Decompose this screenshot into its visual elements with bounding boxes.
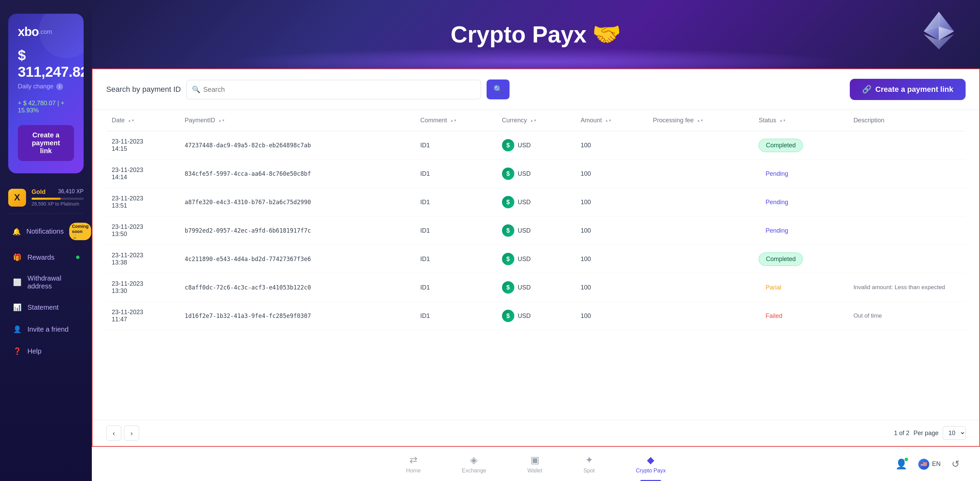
cell-date: 23-11-2023 13:51 bbox=[106, 188, 179, 216]
search-input[interactable] bbox=[186, 80, 481, 99]
info-icon[interactable]: i bbox=[56, 83, 63, 90]
sidebar-item-invite[interactable]: 👤 Invite a friend bbox=[8, 318, 84, 340]
table-header: Date ▲▼ PaymentID ▲▼ Comment ▲▼ Currency… bbox=[106, 110, 966, 131]
xp-bar-bg bbox=[32, 198, 84, 200]
table-row[interactable]: 23-11-2023 13:384c211890-e543-4d4a-bd2d-… bbox=[106, 245, 966, 273]
content-panel: Search by payment ID 🔍 🔍 🔗 Create a paym… bbox=[92, 68, 980, 447]
date-sort[interactable]: ▲▼ bbox=[128, 119, 135, 122]
cell-processing-fee bbox=[647, 131, 753, 160]
amount-sort[interactable]: ▲▼ bbox=[605, 119, 612, 122]
table-row[interactable]: 23-11-2023 14:1547237448-dac9-49a5-82cb-… bbox=[106, 131, 966, 160]
user-button[interactable]: 👤 bbox=[896, 459, 907, 470]
cell-description: Invalid amount: Less than expected bbox=[848, 273, 966, 302]
exchange-icon: ◈ bbox=[470, 454, 478, 465]
search-button[interactable]: 🔍 bbox=[487, 79, 509, 99]
cell-payment-id: b7992ed2-0957-42ec-a9fd-6b6181917f7c bbox=[179, 216, 415, 245]
nav-home[interactable]: ⇄ Home bbox=[385, 450, 441, 478]
cell-date: 23-11-2023 14:14 bbox=[106, 160, 179, 188]
sidebar-item-help[interactable]: ❓ Help bbox=[8, 340, 84, 362]
xp-row: X Gold 36,410 XP 28,590 XP to Platinum bbox=[8, 183, 84, 214]
cell-comment: ID1 bbox=[415, 245, 496, 273]
currency-label: USD bbox=[518, 227, 531, 234]
cell-processing-fee bbox=[647, 188, 753, 216]
sidebar: xbo.com $ 311,247.82 Daily change i + $ … bbox=[0, 0, 92, 481]
col-payment-id[interactable]: PaymentID ▲▼ bbox=[179, 110, 415, 131]
search-input-wrap: 🔍 bbox=[186, 80, 481, 99]
statement-icon: 📊 bbox=[12, 303, 22, 312]
link-icon: 🔗 bbox=[862, 85, 871, 94]
currency-sort[interactable]: ▲▼ bbox=[530, 119, 537, 122]
next-page-button[interactable]: › bbox=[124, 425, 139, 441]
col-currency[interactable]: Currency ▲▼ bbox=[496, 110, 575, 131]
cell-status: Pending bbox=[753, 160, 848, 188]
sidebar-nav: 🔔 Notifications Coming soon 🔒 🎁 Rewards … bbox=[8, 216, 84, 362]
table-row[interactable]: 23-11-2023 13:51a87fe320-e4c3-4310-b767-… bbox=[106, 188, 966, 216]
table-row[interactable]: 23-11-2023 14:14834cfe5f-5997-4cca-aa64-… bbox=[106, 160, 966, 188]
currency-icon: $ bbox=[502, 168, 514, 180]
nav-crypto-payx[interactable]: ◆ Crypto Payx bbox=[616, 450, 686, 478]
nav-spot[interactable]: ✦ Spot bbox=[563, 450, 616, 478]
home-label: Home bbox=[406, 468, 421, 474]
table-row[interactable]: 23-11-2023 13:30c8aff0dc-72c6-4c3c-acf3-… bbox=[106, 273, 966, 302]
cell-payment-id: 47237448-dac9-49a5-82cb-eb264898c7ab bbox=[179, 131, 415, 160]
sidebar-create-payment-button[interactable]: Create a payment link bbox=[18, 125, 74, 161]
cell-payment-id: c8aff0dc-72c6-4c3c-acf3-e41053b122c0 bbox=[179, 273, 415, 302]
logo: xbo.com bbox=[18, 25, 74, 39]
status-badge: Completed bbox=[759, 139, 803, 152]
invite-label: Invite a friend bbox=[27, 325, 80, 333]
sidebar-item-notifications[interactable]: 🔔 Notifications Coming soon 🔒 bbox=[8, 216, 84, 246]
refresh-button[interactable]: ↺ bbox=[951, 459, 959, 470]
status-sort[interactable]: ▲▼ bbox=[779, 119, 786, 122]
col-status[interactable]: Status ▲▼ bbox=[753, 110, 848, 131]
nav-wallet[interactable]: ▣ Wallet bbox=[507, 450, 563, 478]
col-processing-fee[interactable]: Processing fee ▲▼ bbox=[647, 110, 753, 131]
balance-amount: $ 311,247.82 bbox=[18, 47, 74, 80]
table-row[interactable]: 23-11-2023 11:471d16f2e7-1b32-41a3-9fe4-… bbox=[106, 302, 966, 330]
currency-label: USD bbox=[518, 256, 531, 263]
user-status-dot bbox=[905, 458, 908, 461]
cell-date: 23-11-2023 11:47 bbox=[106, 302, 179, 330]
language-button[interactable]: 🇺🇸 EN bbox=[918, 459, 940, 470]
cell-processing-fee bbox=[647, 216, 753, 245]
cell-status: Parial bbox=[753, 273, 848, 302]
pid-sort[interactable]: ▲▼ bbox=[218, 119, 225, 122]
currency-label: USD bbox=[518, 142, 531, 149]
nav-exchange[interactable]: ◈ Exchange bbox=[441, 450, 507, 478]
page-title: Crypto Payx 🤝 bbox=[450, 21, 621, 48]
cell-description bbox=[848, 160, 966, 188]
withdrawal-label: Withdrawal address bbox=[27, 275, 80, 290]
currency-icon: $ bbox=[502, 253, 514, 265]
exchange-label: Exchange bbox=[462, 468, 486, 474]
crypto-payx-label: Crypto Payx bbox=[636, 468, 666, 474]
sidebar-item-statement[interactable]: 📊 Statement bbox=[8, 296, 84, 318]
col-amount[interactable]: Amount ▲▼ bbox=[575, 110, 648, 131]
rewards-dot bbox=[76, 256, 80, 259]
crypto-payx-icon: ◆ bbox=[647, 454, 654, 465]
pagination-buttons: ‹ › bbox=[106, 425, 139, 441]
sidebar-item-rewards[interactable]: 🎁 Rewards bbox=[8, 246, 84, 268]
invite-icon: 👤 bbox=[12, 324, 22, 334]
help-icon: ❓ bbox=[12, 346, 22, 356]
cell-status: Pending bbox=[753, 216, 848, 245]
bottom-nav-right: 👤 🇺🇸 EN ↺ bbox=[896, 459, 959, 470]
currency-label: USD bbox=[518, 170, 531, 178]
comment-sort[interactable]: ▲▼ bbox=[450, 119, 457, 122]
cell-processing-fee bbox=[647, 160, 753, 188]
col-comment[interactable]: Comment ▲▼ bbox=[415, 110, 496, 131]
cell-amount: 100 bbox=[575, 245, 648, 273]
rewards-icon: 🎁 bbox=[12, 252, 22, 262]
currency-label: USD bbox=[518, 313, 531, 320]
col-date[interactable]: Date ▲▼ bbox=[106, 110, 179, 131]
sidebar-item-withdrawal[interactable]: ⬜ Withdrawal address bbox=[8, 268, 84, 296]
per-page-select[interactable]: 10 25 50 bbox=[943, 426, 966, 440]
cell-payment-id: 1d16f2e7-1b32-41a3-9fe4-fc285e9f0307 bbox=[179, 302, 415, 330]
fee-sort[interactable]: ▲▼ bbox=[697, 119, 703, 122]
currency-icon: $ bbox=[502, 281, 514, 294]
daily-change-value: + $ 42,780.07 | + 15.93% bbox=[18, 100, 74, 114]
payments-table: Date ▲▼ PaymentID ▲▼ Comment ▲▼ Currency… bbox=[106, 110, 966, 330]
table-row[interactable]: 23-11-2023 13:50b7992ed2-0957-42ec-a9fd-… bbox=[106, 216, 966, 245]
col-description: Description bbox=[848, 110, 966, 131]
currency-label: USD bbox=[518, 284, 531, 291]
create-payment-link-button[interactable]: 🔗 Create a payment link bbox=[850, 79, 966, 100]
prev-page-button[interactable]: ‹ bbox=[106, 425, 121, 441]
